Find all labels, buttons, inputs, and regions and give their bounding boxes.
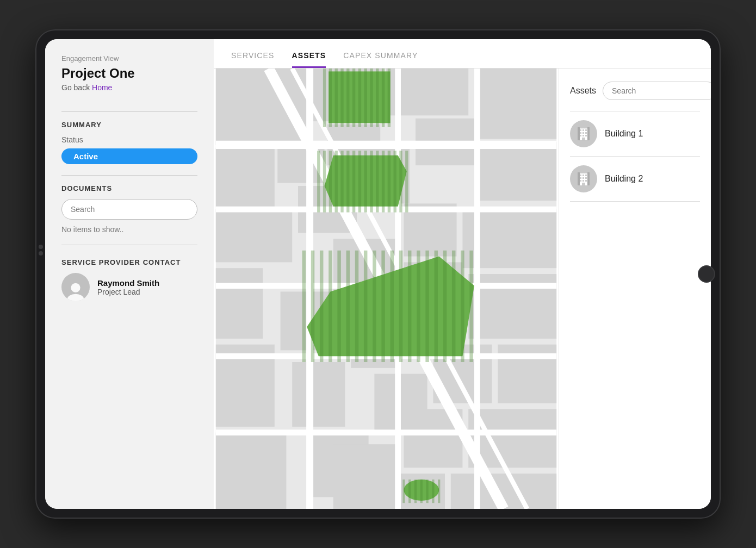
documents-section-title: DOCUMENTS [61, 184, 197, 192]
svg-point-1 [67, 294, 84, 301]
svg-rect-114 [583, 135, 584, 136]
asset-divider-bottom [570, 201, 700, 202]
tab-capex-summary[interactable]: CAPEX SUMMARY [343, 51, 418, 68]
svg-rect-112 [585, 132, 587, 134]
divider-3 [61, 245, 197, 245]
assets-label: Assets [570, 86, 596, 96]
svg-rect-121 [583, 175, 584, 176]
assets-header: Assets [570, 82, 700, 100]
svg-rect-131 [587, 172, 590, 185]
tab-bar: SERVICES ASSETS CAPEX SUMMARY [214, 39, 711, 68]
svg-rect-107 [580, 129, 581, 131]
map-container [214, 68, 559, 509]
summary-section-title: SUMMARY [61, 121, 197, 129]
avatar [61, 273, 90, 301]
svg-rect-129 [582, 183, 585, 185]
assets-panel: Assets [559, 68, 711, 509]
building-icon-svg-2 [576, 171, 591, 186]
svg-rect-127 [583, 180, 584, 182]
svg-rect-125 [585, 177, 587, 179]
service-provider-section: SERVICE PROVIDER CONTACT Raymond Smith P… [61, 258, 197, 301]
svg-rect-123 [580, 177, 581, 179]
svg-rect-116 [582, 138, 585, 140]
go-back-row: Go back Home [61, 83, 197, 92]
no-items-text: No items to show.. [61, 225, 197, 234]
side-dot-1 [39, 245, 43, 249]
building-1-icon [570, 120, 597, 147]
svg-rect-22 [292, 362, 345, 427]
svg-rect-5 [216, 148, 275, 207]
svg-rect-15 [216, 268, 263, 339]
content-area: Assets [214, 68, 711, 509]
tablet-home-button[interactable] [698, 265, 715, 283]
contact-info: Raymond Smith Project Lead [97, 278, 159, 296]
status-label: Status [61, 135, 197, 144]
service-provider-title: SERVICE PROVIDER CONTACT [61, 258, 197, 266]
assets-search-input[interactable] [603, 82, 711, 100]
svg-rect-120 [580, 175, 581, 176]
avatar-icon [65, 281, 86, 301]
svg-rect-128 [585, 180, 587, 182]
svg-rect-122 [585, 175, 587, 176]
home-button[interactable] [698, 265, 715, 283]
svg-rect-9 [216, 209, 292, 262]
status-badge: Active [61, 148, 197, 164]
svg-rect-111 [583, 132, 584, 134]
home-link[interactable]: Home [92, 83, 112, 92]
asset-name-building-2: Building 2 [605, 174, 643, 184]
divider-1 [61, 111, 197, 112]
svg-rect-113 [580, 135, 581, 136]
svg-rect-13 [480, 68, 556, 139]
project-title: Project One [61, 66, 197, 81]
svg-rect-115 [585, 135, 587, 136]
svg-point-0 [71, 283, 80, 292]
svg-rect-21 [216, 433, 287, 509]
main-content: SERVICES ASSETS CAPEX SUMMARY [214, 39, 711, 509]
svg-rect-126 [580, 180, 581, 182]
tablet-shell: Engagement View Project One Go back Home… [35, 29, 721, 519]
screen: Engagement View Project One Go back Home… [45, 39, 711, 509]
svg-rect-118 [587, 127, 590, 140]
divider-2 [61, 175, 197, 176]
tab-assets[interactable]: ASSETS [292, 51, 326, 68]
building-icon-svg [576, 126, 591, 141]
go-back-text: Go back [61, 83, 90, 92]
svg-rect-109 [585, 129, 587, 131]
tablet-side-buttons [39, 245, 43, 256]
svg-rect-130 [578, 172, 580, 185]
svg-rect-117 [578, 127, 580, 140]
engagement-label: Engagement View [61, 54, 197, 63]
map-svg [214, 68, 559, 509]
svg-rect-124 [583, 177, 584, 179]
documents-search-input[interactable] [61, 199, 197, 220]
contact-role: Project Lead [97, 288, 159, 296]
asset-name-building-1: Building 1 [605, 129, 643, 139]
contact-name: Raymond Smith [97, 278, 159, 288]
side-dot-2 [39, 251, 43, 256]
asset-item-building-1[interactable]: Building 1 [570, 111, 700, 156]
sidebar: Engagement View Project One Go back Home… [45, 39, 214, 509]
svg-rect-14 [480, 142, 556, 201]
app-layout: Engagement View Project One Go back Home… [45, 39, 711, 509]
tab-services[interactable]: SERVICES [231, 51, 275, 68]
building-2-icon [570, 165, 597, 192]
contact-row: Raymond Smith Project Lead [61, 273, 197, 301]
svg-rect-110 [580, 132, 581, 134]
asset-item-building-2[interactable]: Building 2 [570, 157, 700, 201]
svg-rect-108 [583, 129, 584, 131]
